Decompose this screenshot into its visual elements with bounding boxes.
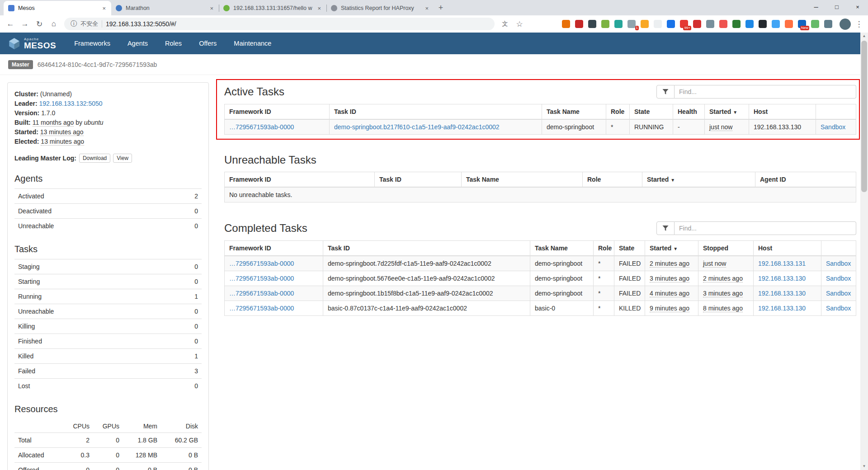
extension-icon[interactable] [575,20,583,28]
nav-agents[interactable]: Agents [127,40,148,47]
host-link[interactable]: 192.168.133.130 [758,290,806,297]
log-download-button[interactable]: Download [79,154,110,163]
col-state[interactable]: State [630,104,673,120]
new-tab-button[interactable]: + [434,1,448,14]
host-link[interactable]: 192.168.133.130 [758,305,806,312]
col-task-id[interactable]: Task ID [330,104,542,120]
translate-icon[interactable]: 文 [498,20,512,28]
info-icon[interactable]: ⓘ [71,20,77,28]
stat-value: 1 [194,293,198,300]
col-state[interactable]: State [614,241,645,256]
sandbox-link[interactable]: Sandbox [826,305,851,312]
page-scrollbar[interactable]: ▲ ▼ [860,33,868,470]
extension-icon[interactable] [745,20,754,28]
sandbox-link[interactable]: Sandbox [821,123,845,131]
sandbox-link[interactable]: Sandbox [826,260,851,267]
tab-close-icon[interactable]: × [424,5,429,12]
col-host[interactable]: Host [749,104,816,120]
back-icon[interactable]: ← [4,19,17,28]
mesos-logo[interactable]: Apache MESOS [8,38,56,50]
scroll-down-icon[interactable]: ▼ [860,463,868,470]
extension-icon[interactable] [772,20,780,28]
nav-frameworks[interactable]: Frameworks [74,40,110,47]
framework-id-link[interactable]: …7295671593ab-0000 [229,305,294,312]
leader-link[interactable]: 192.168.133.132:5050 [39,100,102,107]
filter-button[interactable] [656,85,675,99]
nav-offers[interactable]: Offers [199,40,217,47]
home-icon[interactable]: ⌂ [47,19,61,28]
filter-button[interactable] [656,221,675,235]
sandbox-link[interactable]: Sandbox [826,290,851,297]
col-health[interactable]: Health [673,104,705,120]
url-text[interactable]: 192.168.133.132:5050/#/ [106,20,176,28]
framework-id-link[interactable]: …7295671593ab-0000 [229,260,294,267]
extension-icon[interactable] [693,20,701,28]
nav-maintenance[interactable]: Maintenance [234,40,271,47]
extension-icon[interactable] [732,20,741,28]
col-framework-id[interactable]: Framework ID [225,241,323,256]
host-link[interactable]: 192.168.133.130 [758,275,806,282]
extension-icon[interactable]: 99+ [680,20,688,28]
browser-menu-icon[interactable]: ⋮ [854,19,864,29]
col-role[interactable]: Role [594,241,614,256]
col-task-name[interactable]: Task Name [530,241,594,256]
col-stopped[interactable]: Stopped [698,241,754,256]
completed-find-input[interactable] [675,221,856,235]
nav-roles[interactable]: Roles [165,40,182,47]
tab-marathon[interactable]: Marathon × [111,1,219,15]
scrollbar-thumb[interactable] [861,41,867,192]
col-host[interactable]: Host [754,241,821,256]
tab-mesos[interactable]: Mesos × [4,1,111,15]
col-started[interactable]: Started ▼ [705,104,749,120]
minimize-button[interactable]: ─ [806,0,826,14]
col-role[interactable]: Role [606,104,630,120]
extension-icon[interactable] [824,20,832,28]
extension-icon[interactable] [601,20,609,28]
extension-icon[interactable] [759,20,767,28]
extension-icon[interactable]: 1 [627,20,636,28]
tab-close-icon[interactable]: × [101,5,107,12]
scroll-up-icon[interactable]: ▲ [860,33,868,40]
col-task-name[interactable]: Task Name [462,172,583,188]
col-task-id[interactable]: Task ID [375,172,462,188]
host-link[interactable]: 192.168.133.131 [758,260,806,267]
bookmark-star-icon[interactable]: ☆ [513,19,526,29]
extension-icon[interactable] [588,20,596,28]
task-id-link[interactable]: demo-springboot.b217f610-c1a5-11e9-aaf9-… [334,123,500,131]
col-framework-id[interactable]: Framework ID [225,104,330,120]
col-task-id[interactable]: Task ID [323,241,530,256]
extension-icon[interactable] [614,20,623,28]
col-started[interactable]: Started ▼ [642,172,755,188]
col-started[interactable]: Started ▼ [645,241,698,256]
refresh-icon[interactable]: ↻ [33,19,46,29]
profile-avatar[interactable] [840,19,851,30]
extension-icon[interactable] [785,20,793,28]
col-role[interactable]: Role [583,172,642,188]
extension-icon[interactable] [811,20,819,28]
extension-icon[interactable] [562,20,570,28]
col-framework-id[interactable]: Framework ID [225,172,375,188]
close-button[interactable]: × [847,0,868,14]
framework-id-link[interactable]: …7295671593ab-0000 [229,275,294,282]
forward-icon[interactable]: → [18,19,32,28]
tab-haproxy[interactable]: Statistics Report for HAProxy × [326,1,434,15]
col-task-name[interactable]: Task Name [542,104,606,120]
address-bar[interactable]: ⓘ 不安全 192.168.133.132:5050/#/ [64,18,495,30]
col-agent-id[interactable]: Agent ID [755,172,856,188]
extension-icon[interactable] [719,20,727,28]
extension-icon[interactable] [706,20,714,28]
extension-icon[interactable] [641,20,649,28]
extension-icon[interactable] [654,20,662,28]
active-find-input[interactable] [675,85,856,99]
extensions-area: 199+New [557,20,837,28]
log-view-button[interactable]: View [113,154,132,163]
extension-icon[interactable] [667,20,675,28]
tab-close-icon[interactable]: × [316,5,322,12]
extension-icon[interactable]: New [798,20,806,28]
tab-close-icon[interactable]: × [209,5,214,12]
framework-id-link[interactable]: …7295671593ab-0000 [229,123,294,131]
maximize-button[interactable]: □ [826,0,847,14]
tab-hello[interactable]: 192.168.133.131:31657/hello w × [219,1,326,15]
sandbox-link[interactable]: Sandbox [826,275,851,282]
framework-id-link[interactable]: …7295671593ab-0000 [229,290,294,297]
